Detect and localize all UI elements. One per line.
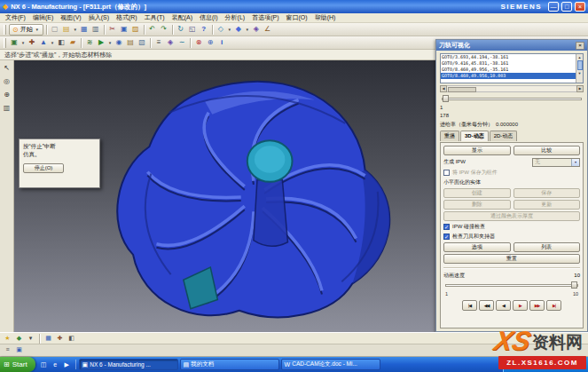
menu-tools[interactable]: 工具(T) xyxy=(141,13,169,22)
select-arrow-icon[interactable]: ↖ xyxy=(2,63,12,74)
add-icon[interactable]: ✚ xyxy=(55,334,65,344)
create-program-icon[interactable]: ▣ xyxy=(9,37,20,48)
menu-format[interactable]: 格式(R) xyxy=(113,13,141,22)
zoom-icon[interactable]: ⊕ xyxy=(2,90,12,100)
play-backward-button[interactable]: ◀ xyxy=(496,300,511,311)
menu-assemblies[interactable]: 装配(A) xyxy=(169,13,196,22)
postprocess-icon[interactable]: ▤ xyxy=(125,37,136,48)
grid-icon[interactable]: ▦ xyxy=(43,334,53,344)
panel-header[interactable]: 刀轨可视化 × xyxy=(436,40,587,51)
caret-down-icon[interactable]: ▾ xyxy=(73,27,78,32)
thickness-by-color-button[interactable]: 通过颜色表示厚度 xyxy=(443,211,580,221)
show-button[interactable]: 显示 xyxy=(443,146,511,155)
machine-tool-icon[interactable]: ◈ xyxy=(165,37,176,48)
shaded-view-icon[interactable]: ◆ xyxy=(233,24,244,35)
media-player-icon[interactable]: ▶ xyxy=(62,360,72,369)
tab-3d-dynamic[interactable]: 3D-动态 xyxy=(460,131,489,141)
undo-icon[interactable]: ↶ xyxy=(147,24,158,35)
goto-line[interactable]: GOTO/9.416,45.831,-38.161 xyxy=(441,60,576,67)
scroll-down-icon[interactable]: ▼ xyxy=(578,70,582,76)
list-icon[interactable]: ≡ xyxy=(153,37,164,48)
generate-toolpath-icon[interactable]: ≋ xyxy=(84,37,95,48)
scroll-thumb[interactable] xyxy=(577,60,583,70)
list-horizontal-scrollbar[interactable]: ◀ ▶ xyxy=(440,85,584,92)
options-icon[interactable]: ⊕ xyxy=(205,37,216,48)
show-desktop-icon[interactable]: ◫ xyxy=(39,360,49,369)
generate-ipw-select[interactable]: 无 ▾ xyxy=(532,158,580,167)
minimize-button[interactable]: — xyxy=(548,2,559,12)
window-cascade-icon[interactable]: ◱ xyxy=(187,24,198,35)
replay-position-slider[interactable] xyxy=(440,94,584,103)
collision-options-button[interactable]: 选项 xyxy=(443,242,511,252)
delete-faceted-button[interactable]: 删除 xyxy=(443,200,511,210)
goto-line-selected[interactable]: GOTO/8.460,49.956,10.003 xyxy=(441,73,576,79)
check-tool-holder-checkbox[interactable]: ✓ xyxy=(443,233,450,240)
simulate-icon[interactable]: ◉ xyxy=(114,37,124,48)
pan-icon[interactable]: ◎ xyxy=(2,76,12,87)
menu-lines-icon[interactable]: ≡ xyxy=(3,345,12,355)
create-operation-icon[interactable]: ▰ xyxy=(67,37,78,48)
task-word-doc[interactable]: W CAD-CAM论文.doc - Mi... xyxy=(281,359,380,370)
paste-icon[interactable]: ▨ xyxy=(130,24,141,35)
menu-edit[interactable]: 编辑(E) xyxy=(29,13,57,22)
scroll-thumb[interactable] xyxy=(448,87,476,92)
resource-bar-icon[interactable]: ▥ xyxy=(2,103,12,114)
new-file-icon[interactable]: ▢ xyxy=(50,24,60,35)
toolbar-grip[interactable] xyxy=(4,38,6,48)
scroll-track[interactable] xyxy=(447,85,576,92)
document-icon[interactable]: ▣ xyxy=(14,345,24,355)
open-icon[interactable]: ▤ xyxy=(61,24,72,35)
caret-down-icon[interactable]: ▾ xyxy=(107,40,113,45)
measure-icon[interactable]: ∠ xyxy=(263,24,273,35)
play-forward-button[interactable]: ▶ xyxy=(513,300,528,311)
caret-down-icon[interactable]: ▾ xyxy=(245,27,250,32)
update-faceted-button[interactable]: 更新 xyxy=(514,200,581,210)
caret-down-icon[interactable]: ▾ xyxy=(50,40,55,45)
palette-icon[interactable]: ◆ xyxy=(14,334,24,344)
stop-button[interactable]: 停止(O) xyxy=(23,163,64,173)
collision-icon[interactable]: ⊗ xyxy=(193,37,204,48)
tab-replay[interactable]: 重播 xyxy=(440,131,459,141)
menu-preferences[interactable]: 首选项(P) xyxy=(248,13,282,22)
menu-insert[interactable]: 插入(S) xyxy=(85,13,113,22)
wireframe-view-icon[interactable]: ◈ xyxy=(251,24,262,35)
reset-button[interactable]: 重置 xyxy=(443,254,580,264)
ipw-collision-checkbox[interactable]: ✓ xyxy=(443,224,450,230)
half-shade-icon[interactable]: ◧ xyxy=(67,334,76,344)
browser-icon[interactable]: e xyxy=(51,360,60,369)
help-icon[interactable]: ? xyxy=(199,24,209,35)
menu-window[interactable]: 窗口(O) xyxy=(283,13,311,22)
refresh-icon[interactable]: ↻ xyxy=(176,24,186,35)
task-my-documents[interactable]: ▤ 我的文档 xyxy=(180,359,279,370)
create-geometry-icon[interactable]: ▲ xyxy=(38,37,49,48)
goto-list[interactable]: GOTO/3.693,44.194,-38.161 GOTO/9.416,45.… xyxy=(440,53,584,83)
close-button[interactable]: × xyxy=(575,2,585,12)
menu-file[interactable]: 文件(F) xyxy=(2,13,29,22)
caret-down-icon[interactable]: ▾ xyxy=(20,40,26,45)
collision-list-button[interactable]: 列表 xyxy=(514,242,581,252)
verify-toolpath-icon[interactable]: ▶ xyxy=(96,37,106,48)
start-button[interactable]: ⊞ Start xyxy=(0,357,35,372)
menu-information[interactable]: 信息(I) xyxy=(196,13,222,22)
slider-thumb[interactable] xyxy=(443,95,449,102)
create-method-icon[interactable]: ◧ xyxy=(56,37,67,48)
info-icon[interactable]: i xyxy=(216,37,227,48)
menu-view[interactable]: 视图(V) xyxy=(57,13,84,22)
analysis-icon[interactable]: ∼ xyxy=(176,37,187,48)
save-ipw-checkbox[interactable] xyxy=(443,170,450,176)
save-icon[interactable]: ▦ xyxy=(79,24,90,35)
menu-analysis[interactable]: 分析(L) xyxy=(222,13,249,22)
tab-2d-dynamic[interactable]: 2D-动态 xyxy=(490,131,518,141)
cut-icon[interactable]: ✂ xyxy=(107,24,118,35)
save-faceted-button[interactable]: 保存 xyxy=(514,188,581,198)
combo-caret-icon[interactable]: ▾ xyxy=(571,159,579,166)
redo-icon[interactable]: ↷ xyxy=(159,24,169,35)
panel-close-icon[interactable]: × xyxy=(576,42,584,50)
menu-help[interactable]: 帮助(H) xyxy=(311,13,340,22)
step-backward-button[interactable]: ◀◀ xyxy=(479,300,494,311)
view-orient-icon[interactable]: ◇ xyxy=(216,24,226,35)
create-faceted-button[interactable]: 创建 xyxy=(443,188,511,198)
list-vertical-scrollbar[interactable]: ▲ ▼ xyxy=(576,54,583,83)
favorites-star-icon[interactable]: ★ xyxy=(3,334,12,344)
scroll-left-icon[interactable]: ◀ xyxy=(440,85,447,92)
